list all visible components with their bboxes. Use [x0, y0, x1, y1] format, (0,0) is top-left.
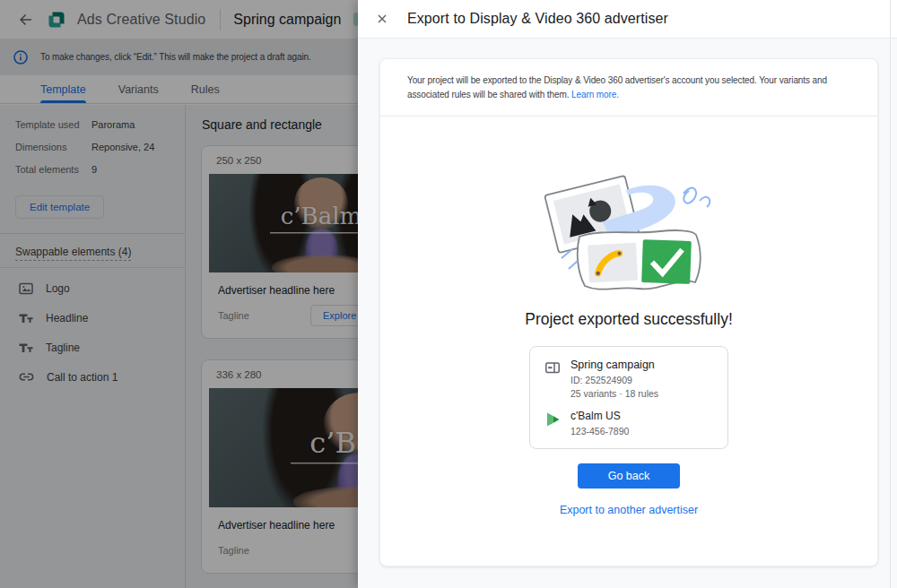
dialog-description: Your project will be exported to the Dis…	[380, 59, 877, 117]
export-to-another-advertiser-link[interactable]: Export to another advertiser	[560, 504, 698, 516]
scrollbar-track[interactable]	[890, 0, 891, 588]
dialog-title: Export to Display & Video 360 advertiser	[407, 11, 668, 27]
screen: Ads Creative Studio Spring campaign COMP…	[0, 0, 897, 588]
learn-more-link[interactable]: Learn more.	[571, 90, 619, 99]
advertiser-name: c'Balm US	[570, 410, 629, 422]
banner-ad-icon	[544, 359, 561, 376]
close-icon	[375, 12, 389, 26]
export-summary-card: Spring campaign ID: 252524909 25 variant…	[529, 346, 728, 449]
advertiser-id: 123-456-7890	[570, 425, 629, 437]
dialog-card: Your project will be exported to the Dis…	[379, 58, 878, 566]
display-video-360-icon	[544, 411, 561, 427]
success-heading: Project exported successfully!	[525, 310, 733, 329]
close-button[interactable]	[373, 10, 391, 28]
dialog-header: Export to Display & Video 360 advertiser	[358, 0, 897, 39]
project-meta: 25 variants · 18 rules	[570, 387, 658, 400]
dialog-body: Project exported successfully! Spring ca…	[380, 117, 877, 516]
export-success-illustration	[526, 160, 732, 296]
export-dialog: Export to Display & Video 360 advertiser…	[358, 0, 897, 588]
project-name: Spring campaign	[570, 359, 658, 371]
go-back-button[interactable]: Go back	[578, 463, 681, 489]
advertiser-row: c'Balm US 123-456-7890	[544, 410, 713, 437]
project-row: Spring campaign ID: 252524909 25 variant…	[544, 359, 713, 400]
project-id: ID: 252524909	[570, 374, 658, 386]
